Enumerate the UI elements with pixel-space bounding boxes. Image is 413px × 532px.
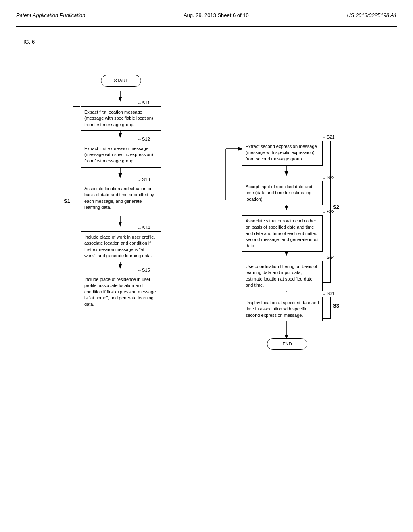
s14-box: Include place of work in user profile, a… bbox=[81, 231, 161, 262]
s22-box: Accept input of specified date and time … bbox=[242, 181, 323, 205]
s2-brace bbox=[323, 141, 331, 283]
s15-text: Include place of residence in user profi… bbox=[84, 277, 156, 307]
s24-text: Use coordination filtering on basis of l… bbox=[246, 264, 317, 287]
s13-step-label: ⌣ S13 bbox=[138, 177, 150, 182]
s13-box: Associate location and situation on basi… bbox=[81, 183, 161, 216]
s23-box: Associate situations with each other on … bbox=[242, 215, 323, 252]
s12-text: Extract first expression message (messag… bbox=[84, 146, 153, 163]
start-node: START bbox=[101, 75, 141, 87]
header-center: Aug. 29, 2013 Sheet 6 of 10 bbox=[184, 12, 249, 18]
s15-step-label: ⌣ S15 bbox=[138, 268, 150, 273]
s2-label: S2 bbox=[333, 204, 339, 210]
s14-text: Include place of work in user profile, a… bbox=[84, 235, 155, 258]
s31-box: Display location at specified date and t… bbox=[242, 297, 323, 321]
s3-label: S3 bbox=[333, 303, 339, 309]
s31-text: Display location at specified date and t… bbox=[246, 300, 319, 318]
diagram-area: START ⌣ S11 Extract first location messa… bbox=[16, 49, 397, 492]
s21-text: Extract second expression message (messa… bbox=[246, 144, 317, 161]
header-right: US 2013/0225198 A1 bbox=[347, 12, 397, 18]
s24-box: Use coordination filtering on basis of l… bbox=[242, 261, 323, 291]
page-header: Patent Application Publication Aug. 29, … bbox=[16, 8, 397, 27]
s11-step-label: ⌣ S11 bbox=[138, 100, 150, 106]
s11-label-text: ⌣ bbox=[138, 100, 142, 105]
s1-brace bbox=[73, 106, 80, 308]
s22-text: Accept input of specified date and time … bbox=[246, 184, 312, 202]
end-node: END bbox=[267, 338, 307, 350]
header-left: Patent Application Publication bbox=[16, 12, 86, 18]
s14-step-label: ⌣ S14 bbox=[138, 225, 150, 231]
figure-label: FIG. 6 bbox=[20, 39, 397, 45]
s3-brace bbox=[323, 297, 331, 319]
s21-box: Extract second expression message (messa… bbox=[242, 141, 323, 166]
start-label: START bbox=[114, 78, 128, 83]
page: Patent Application Publication Aug. 29, … bbox=[0, 0, 413, 532]
s23-text: Associate situations with each other on … bbox=[246, 218, 319, 248]
s15-box: Include place of residence in user profi… bbox=[81, 274, 161, 310]
s1-label: S1 bbox=[64, 198, 70, 204]
s31-step-label: ⌣ S31 bbox=[323, 291, 335, 296]
s12-step-label: ⌣ S12 bbox=[138, 137, 150, 142]
end-label: END bbox=[282, 341, 292, 346]
s13-text: Associate location and situation on basi… bbox=[84, 186, 154, 210]
s21-step-label: ⌣ S21 bbox=[323, 135, 335, 140]
s12-box: Extract first expression message (messag… bbox=[81, 143, 161, 168]
s11-box: Extract first location message (message … bbox=[81, 106, 161, 131]
s11-text: Extract first location message (message … bbox=[84, 110, 153, 127]
